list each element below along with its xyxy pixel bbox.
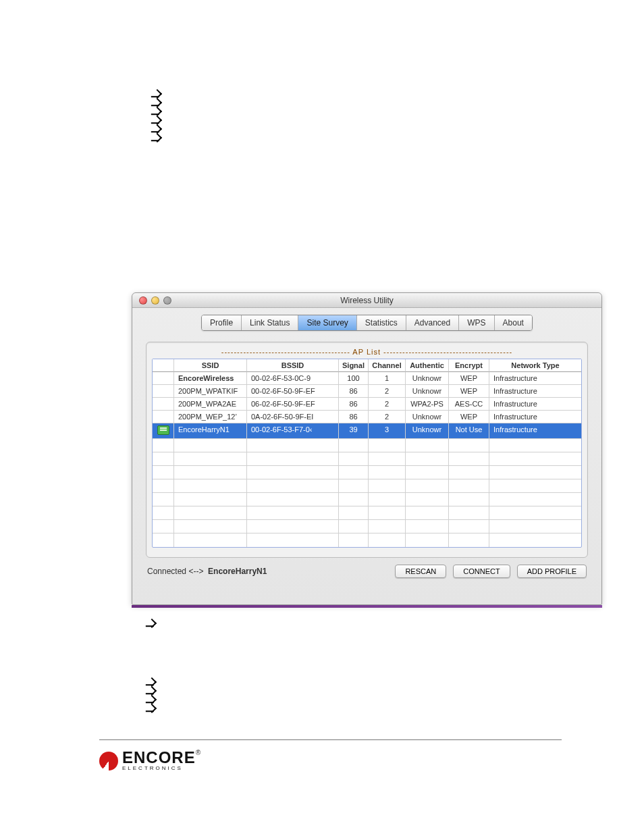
table-header: SSID BSSID Signal Channel Authentic Encr… bbox=[153, 359, 581, 372]
col-channel: Channel bbox=[369, 359, 406, 372]
col-bssid: BSSID bbox=[247, 359, 339, 372]
connected-icon bbox=[157, 425, 169, 435]
table-row[interactable] bbox=[153, 439, 581, 452]
table-row[interactable]: 200PM_WEP_12’0A-02-6F-50-9F-EI862Unknowr… bbox=[153, 411, 581, 423]
tab-wps[interactable]: WPS bbox=[459, 315, 494, 330]
ap-list-panel: ----------------------------------------… bbox=[146, 342, 588, 558]
tab-statistics[interactable]: Statistics bbox=[357, 315, 406, 330]
encore-logo: ENCORE® ELECTRONICS bbox=[99, 752, 200, 771]
tab-about[interactable]: About bbox=[495, 315, 532, 330]
tab-advanced[interactable]: Advanced bbox=[406, 315, 459, 330]
table-row[interactable] bbox=[153, 479, 581, 493]
logo-icon bbox=[99, 752, 118, 771]
bullet-arrow-icon bbox=[153, 133, 162, 142]
tab-bar: Profile Link Status Site Survey Statisti… bbox=[201, 315, 533, 331]
ap-list-label: ----------------------------------------… bbox=[152, 348, 582, 356]
table-row[interactable] bbox=[153, 466, 581, 479]
table-row[interactable] bbox=[153, 452, 581, 466]
wireless-utility-window: Wireless Utility Profile Link Status Sit… bbox=[132, 292, 602, 605]
table-row[interactable] bbox=[153, 506, 581, 520]
connection-status: Connected <--> EncoreHarryN1 bbox=[147, 567, 388, 576]
ap-table[interactable]: SSID BSSID Signal Channel Authentic Encr… bbox=[152, 359, 582, 548]
table-row[interactable]: EncoreWireless00-02-6F-53-0C-91001Unknow… bbox=[153, 372, 581, 385]
tab-profile[interactable]: Profile bbox=[202, 315, 242, 330]
table-row[interactable] bbox=[153, 533, 581, 547]
bullet-arrow-icon bbox=[147, 619, 157, 628]
window-shadow bbox=[132, 605, 602, 608]
footer-divider bbox=[99, 739, 562, 740]
rescan-button[interactable]: RESCAN bbox=[395, 565, 446, 578]
col-ssid: SSID bbox=[174, 359, 247, 372]
tab-link-status[interactable]: Link Status bbox=[242, 315, 298, 330]
table-row[interactable] bbox=[153, 520, 581, 533]
table-row[interactable] bbox=[153, 493, 581, 506]
add-profile-button[interactable]: ADD PROFILE bbox=[517, 565, 587, 578]
table-row[interactable]: EncoreHarryN100-02-6F-53-F7-0‹393Unknowr… bbox=[153, 423, 581, 439]
col-signal: Signal bbox=[339, 359, 369, 372]
tab-site-survey[interactable]: Site Survey bbox=[298, 315, 356, 330]
table-row[interactable]: 200PM_WPATKIF00-02-6F-50-9F-EF862Unknowr… bbox=[153, 385, 581, 398]
titlebar[interactable]: Wireless Utility bbox=[132, 293, 601, 308]
col-authentic: Authentic bbox=[406, 359, 449, 372]
bullet-arrow-icon bbox=[147, 704, 157, 713]
window-title: Wireless Utility bbox=[132, 296, 601, 305]
connect-button[interactable]: CONNECT bbox=[453, 565, 510, 578]
col-encrypt: Encrypt bbox=[449, 359, 489, 372]
col-network-type: Network Type bbox=[489, 359, 581, 372]
table-row[interactable]: 200PM_WPA2AE06-02-6F-50-9F-EF862WPA2-PSA… bbox=[153, 398, 581, 411]
